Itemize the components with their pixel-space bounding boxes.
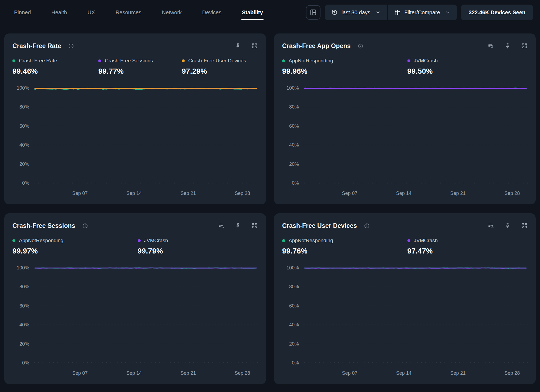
chevron-down-icon xyxy=(445,10,450,15)
x-axis-label: Sep 07 xyxy=(72,370,87,376)
tab-label: Stability xyxy=(242,9,263,15)
time-range-label: last 30 days xyxy=(342,9,370,16)
card-crash-free-app-opens: Crash-Free App OpensAppNotResponding99.9… xyxy=(274,33,536,204)
line-chart xyxy=(303,86,528,186)
pin-icon[interactable] xyxy=(235,222,241,229)
search-list-icon[interactable] xyxy=(488,222,494,229)
info-icon[interactable] xyxy=(358,43,363,49)
legend-value: 99.79% xyxy=(138,247,168,255)
x-axis-label: Sep 21 xyxy=(181,370,196,376)
chart-legend: AppNotResponding99.97%JVMCrash99.79% xyxy=(12,238,258,260)
expand-icon[interactable] xyxy=(251,222,258,229)
expand-icon[interactable] xyxy=(251,43,258,49)
y-axis-label: 0% xyxy=(22,360,29,366)
pin-icon[interactable] xyxy=(235,43,241,49)
y-axis-label: 40% xyxy=(19,142,29,148)
search-list-icon[interactable] xyxy=(488,43,494,49)
tab-label: Health xyxy=(51,9,67,15)
y-axis: 100%80%60%40%20%0% xyxy=(12,266,29,366)
tab-health[interactable]: Health xyxy=(51,9,67,16)
line-chart-plot[interactable] xyxy=(303,86,528,186)
legend-item-crash-free-rate[interactable]: Crash-Free Rate99.46% xyxy=(12,58,57,76)
line-chart-plot[interactable] xyxy=(303,266,528,366)
search-list-icon[interactable] xyxy=(218,222,224,229)
pin-icon[interactable] xyxy=(504,222,511,229)
line-chart-plot[interactable] xyxy=(33,86,258,186)
x-axis-label: Sep 14 xyxy=(396,370,411,376)
card-header: Crash-Free Sessions xyxy=(12,221,258,230)
legend-dot xyxy=(98,59,101,62)
clock-history-icon xyxy=(331,9,338,16)
y-axis-label: 100% xyxy=(17,85,29,91)
devices-seen-badge[interactable]: 322.46K Devices Seen xyxy=(461,5,533,20)
x-axis: Sep 07Sep 14Sep 21Sep 28 xyxy=(33,186,258,198)
legend-label: JVMCrash xyxy=(414,238,438,244)
legend-item-crash-free-sessions[interactable]: Crash-Free Sessions99.77% xyxy=(98,58,153,76)
x-axis-label: Sep 28 xyxy=(235,191,250,196)
x-axis: Sep 07Sep 14Sep 21Sep 28 xyxy=(33,366,258,377)
legend-value: 97.47% xyxy=(407,247,438,255)
card-toolbar xyxy=(218,222,258,229)
card-title: Crash-Free User Devices xyxy=(282,222,357,229)
x-axis: Sep 07Sep 14Sep 21Sep 28 xyxy=(303,366,528,377)
expand-icon[interactable] xyxy=(521,43,528,49)
filter-compare-dropdown[interactable]: Filter/Compare xyxy=(388,5,457,20)
tab-ux[interactable]: UX xyxy=(87,9,95,16)
chevron-down-icon xyxy=(375,10,381,15)
tab-label: Resources xyxy=(116,9,141,15)
info-icon[interactable] xyxy=(82,223,88,229)
series-line-jvmcrash xyxy=(305,88,526,89)
layout-grid-button[interactable] xyxy=(306,5,320,20)
y-axis-label: 20% xyxy=(19,161,29,167)
card-title: Crash-Free Rate xyxy=(12,42,61,50)
card-toolbar xyxy=(235,43,258,49)
x-axis-label: Sep 07 xyxy=(342,191,357,196)
y-axis-label: 100% xyxy=(17,265,29,271)
x-axis-label: Sep 14 xyxy=(126,370,142,376)
legend-item-crash-free-user-devices[interactable]: Crash-Free User Devices97.29% xyxy=(182,58,246,76)
active-tab-underline xyxy=(241,19,264,20)
nav-controls: last 30 days Filter/Compare xyxy=(306,5,533,20)
info-icon[interactable] xyxy=(364,223,370,229)
tab-stability[interactable]: Stability xyxy=(242,9,263,16)
y-axis-label: 40% xyxy=(19,322,29,328)
legend-item-appnotresponding[interactable]: AppNotResponding99.96% xyxy=(282,58,333,76)
legend-dot xyxy=(282,239,285,242)
tab-network[interactable]: Network xyxy=(162,9,182,16)
y-axis-label: 80% xyxy=(289,284,299,290)
x-axis-label: Sep 21 xyxy=(181,191,196,196)
legend-item-appnotresponding[interactable]: AppNotResponding99.97% xyxy=(12,238,63,255)
y-axis-label: 0% xyxy=(292,180,299,186)
legend-item-appnotresponding[interactable]: AppNotResponding99.76% xyxy=(282,238,333,255)
x-axis-label: Sep 21 xyxy=(450,191,466,196)
legend-value: 99.96% xyxy=(282,67,333,76)
info-icon[interactable] xyxy=(68,43,74,49)
expand-icon[interactable] xyxy=(521,222,528,229)
tab-resources[interactable]: Resources xyxy=(116,9,141,16)
x-axis-label: Sep 07 xyxy=(342,370,357,376)
filter-compare-label: Filter/Compare xyxy=(404,9,440,16)
tab-devices[interactable]: Devices xyxy=(202,9,221,16)
card-header: Crash-Free Rate xyxy=(12,42,258,50)
y-axis-label: 100% xyxy=(286,265,299,271)
legend-item-jvmcrash[interactable]: JVMCrash99.79% xyxy=(138,238,168,255)
legend-item-jvmcrash[interactable]: JVMCrash97.47% xyxy=(407,238,438,255)
tab-label: Devices xyxy=(202,9,221,15)
legend-dot xyxy=(12,239,15,242)
line-chart xyxy=(33,86,258,186)
legend-label: AppNotResponding xyxy=(19,238,63,244)
tab-pinned[interactable]: Pinned xyxy=(14,9,31,16)
x-axis-label: Sep 21 xyxy=(450,370,466,376)
legend-item-jvmcrash[interactable]: JVMCrash99.50% xyxy=(407,58,438,76)
chart-area: 100%80%60%40%20%0% xyxy=(12,86,258,186)
series-line-jvmcrash xyxy=(35,268,256,268)
chart-legend: AppNotResponding99.96%JVMCrash99.50% xyxy=(282,58,528,80)
y-axis-label: 40% xyxy=(289,142,299,148)
pin-icon[interactable] xyxy=(504,43,511,49)
chart-area: 100%80%60%40%20%0% xyxy=(12,266,258,366)
line-chart-plot[interactable] xyxy=(33,266,258,366)
y-axis-label: 60% xyxy=(19,303,29,309)
y-axis-label: 80% xyxy=(19,284,29,290)
legend-value: 99.77% xyxy=(98,67,153,76)
time-range-dropdown[interactable]: last 30 days xyxy=(325,5,387,20)
